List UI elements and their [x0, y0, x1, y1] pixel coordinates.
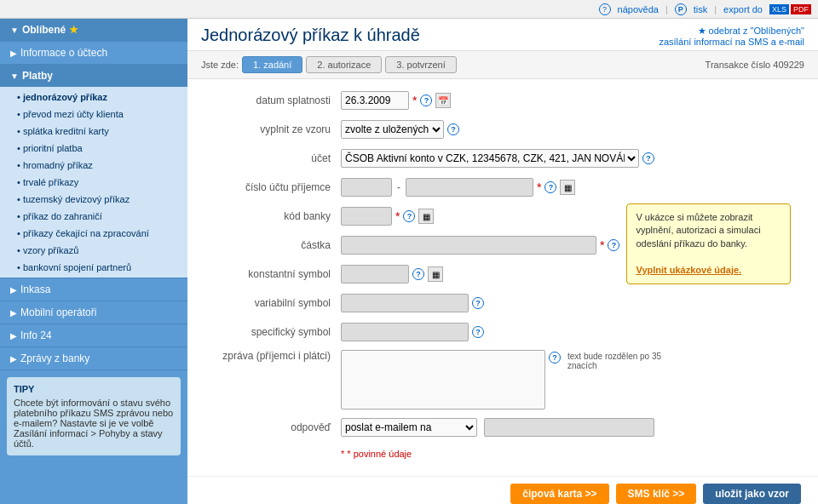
konstantni-field: ? ▦ — [341, 265, 619, 284]
cislo-uctu-main-input[interactable] — [406, 178, 533, 197]
datum-label: datum splatnosti — [204, 94, 341, 106]
ucet-info-icon[interactable]: ? — [642, 152, 654, 164]
sidebar-section-informace: ▶ Informace o účtech — [0, 42, 187, 65]
specificky-row: specifický symbol ? — [204, 321, 619, 343]
vzor-info-icon[interactable]: ? — [447, 123, 459, 135]
specificky-input[interactable] — [341, 323, 469, 341]
cislo-info-icon[interactable]: ? — [544, 181, 556, 193]
main-header: Jednorázový příkaz k úhradě ★ odebrat z … — [187, 19, 818, 51]
sidebar-sub-item-hromadny[interactable]: • hromadný příkaz — [0, 157, 187, 174]
sidebar-sub-item-trvale[interactable]: • trvalé příkazy — [0, 174, 187, 191]
vzor-label: vyplnit ze vzoru — [204, 123, 341, 135]
arrow-icon: ▼ — [10, 26, 19, 35]
page-title: Jednorázový příkaz k úhradě — [201, 26, 420, 45]
sidebar-item-inkasa[interactable]: ▶ Inkasa — [0, 278, 187, 301]
step-2[interactable]: 2. autorizace — [306, 56, 382, 73]
variabilni-info-icon[interactable]: ? — [472, 297, 484, 309]
sidebar-item-oblibene[interactable]: ▼ Oblíbené ★ — [0, 19, 187, 41]
sidebar-sub-item-vzory[interactable]: • vzory příkazů — [0, 242, 187, 259]
zprava-hint: text bude rozdělen po 35 znacích — [567, 352, 670, 370]
odpoved-select[interactable]: poslat e-mailem na — [341, 418, 477, 437]
form-area: datum splatnosti * ? 📅 vyplnit ze vzoru … — [187, 79, 818, 476]
ucet-field: ČSOB Aktivní konto v CZK, 12345678, CZK,… — [341, 149, 801, 168]
tooltip-link[interactable]: Vyplnit ukázkové údaje. — [636, 265, 741, 275]
cislo-main-col: číslo účtu příjemce - * ? ▦ kód banky — [204, 176, 619, 350]
breadcrumb-label: Jste zde: — [201, 60, 239, 70]
transaction-number: Transakce číslo 409229 — [706, 60, 804, 70]
sidebar-section-oblibene: ▼ Oblíbené ★ — [0, 19, 187, 42]
step-3[interactable]: 3. potvrzení — [385, 56, 456, 73]
cislo-grid-icon[interactable]: ▦ — [560, 180, 575, 195]
kod-banky-label: kód banky — [204, 210, 341, 222]
datum-info-icon[interactable]: ? — [420, 94, 432, 106]
kod-grid-icon[interactable]: ▦ — [418, 209, 434, 224]
variabilni-label: variabilní symbol — [204, 297, 341, 309]
ucet-select[interactable]: ČSOB Aktivní konto v CZK, 12345678, CZK,… — [341, 149, 639, 168]
tips-text: Chcete být informování o stavu svého pla… — [14, 398, 174, 449]
tooltip-box: V ukázce si můžete zobrazit vyplnění, au… — [626, 203, 791, 284]
cipova-karta-button[interactable]: čipová karta >> — [510, 484, 608, 504]
sidebar-sub-item-prevod[interactable]: • převod mezi účty klienta — [0, 106, 187, 123]
step-1[interactable]: 1. zadání — [242, 56, 302, 73]
datum-input[interactable] — [341, 91, 409, 110]
cislo-uctu-label: číslo účtu příjemce — [204, 181, 341, 193]
bottom-buttons: čipová karta >> SMS klíč >> uložit jako … — [187, 476, 818, 504]
zprava-field: ? text bude rozdělen po 35 znacích — [341, 350, 801, 410]
sidebar-sub-item-zahranici[interactable]: • příkaz do zahraničí — [0, 208, 187, 225]
export-icons: XLS PDF — [769, 4, 811, 14]
sidebar-item-mobilni[interactable]: ▶ Mobilní operátoři — [0, 301, 187, 324]
sidebar-sub-item-splatka[interactable]: • splátka kreditní karty — [0, 123, 187, 140]
castka-info-icon[interactable]: ? — [608, 239, 619, 251]
konstantni-input[interactable] — [341, 265, 409, 284]
sidebar-item-info24[interactable]: ▶ Info 24 — [0, 324, 187, 346]
datum-row: datum splatnosti * ? 📅 — [204, 89, 801, 112]
castka-label: částka — [204, 239, 341, 251]
ulozit-vzor-button[interactable]: uložit jako vzor — [703, 484, 801, 504]
cislo-dash: - — [395, 181, 402, 193]
sidebar-sub-item-bankovni[interactable]: • bankovní spojení partnerů — [0, 259, 187, 276]
zprava-label: zpráva (příjemci i plátci) — [204, 350, 341, 362]
specificky-info-icon[interactable]: ? — [472, 326, 484, 338]
arrow-icon-informace: ▶ — [10, 49, 17, 58]
sidebar-sub-item-jednorázový[interactable]: • jednorázový příkaz — [0, 89, 187, 106]
sidebar-section-inkasa: ▶ Inkasa — [0, 278, 187, 301]
sms-email-link[interactable]: zasílání informací na SMS a e-mail — [659, 37, 804, 47]
help-link[interactable]: nápověda — [618, 4, 659, 14]
castka-row: částka * ? — [204, 234, 619, 256]
variabilni-input[interactable] — [341, 294, 469, 312]
vzor-select[interactable]: zvolte z uložených — [341, 120, 444, 139]
konstantni-grid-icon[interactable]: ▦ — [428, 266, 443, 282]
sidebar-sub-item-cekajici[interactable]: • příkazy čekající na zpracování — [0, 225, 187, 242]
kod-banky-input[interactable] — [341, 207, 392, 226]
arrow-icon-inkasa: ▶ — [10, 285, 17, 295]
sidebar-sub-item-prioritni[interactable]: • prioritní platba — [0, 140, 187, 157]
kod-banky-row: kód banky * ? ▦ — [204, 205, 619, 227]
export-link[interactable]: export do — [723, 4, 763, 14]
zprava-info-icon[interactable]: ? — [549, 352, 561, 364]
ucet-label: účet — [204, 152, 341, 164]
sidebar-sub-item-tuzemsky[interactable]: • tuzemský devizový příkaz — [0, 191, 187, 208]
print-link[interactable]: tisk — [694, 4, 708, 14]
datum-calendar-icon[interactable]: 📅 — [435, 93, 451, 108]
sidebar-item-platby[interactable]: ▼ Platby — [0, 65, 187, 87]
arrow-icon-info24: ▶ — [10, 331, 17, 341]
datum-required: * — [412, 94, 417, 107]
cislo-tooltip-row: číslo účtu příjemce - * ? ▦ kód banky — [204, 176, 801, 350]
sidebar-item-zpravy[interactable]: ▶ Zprávy z banky — [0, 347, 187, 369]
cislo-uctu-prefix-input[interactable] — [341, 178, 392, 197]
konstantni-label: konstantní symbol — [204, 268, 341, 280]
specificky-label: specifický symbol — [204, 326, 341, 338]
zprava-input[interactable] — [341, 350, 545, 410]
main-content: Jednorázový příkaz k úhradě ★ odebrat z … — [187, 19, 818, 504]
arrow-icon-zpravy: ▶ — [10, 354, 17, 364]
kod-info-icon[interactable]: ? — [403, 210, 415, 222]
sms-klic-button[interactable]: SMS klíč >> — [616, 484, 697, 504]
castka-input[interactable] — [341, 236, 596, 255]
breadcrumb-steps: Jste zde: 1. zadání 2. autorizace 3. pot… — [201, 56, 457, 73]
sidebar-item-informace[interactable]: ▶ Informace o účtech — [0, 42, 187, 64]
konstantni-info-icon[interactable]: ? — [412, 268, 424, 280]
help-icon: ? — [599, 3, 611, 15]
remove-oblibene-link[interactable]: ★ odebrat z "Oblíbených" — [698, 26, 804, 36]
odpoved-row: odpověď poslat e-mailem na — [204, 416, 801, 438]
odpoved-email-input[interactable] — [484, 418, 654, 437]
